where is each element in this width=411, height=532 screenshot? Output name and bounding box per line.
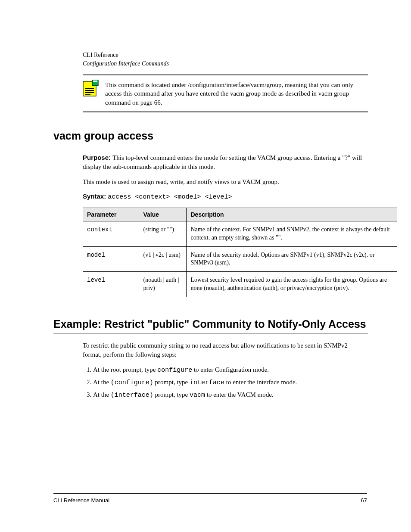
footer-doc-title: CLI Reference Manual <box>53 497 109 504</box>
header-title: Configuration Interface Commands <box>83 60 368 67</box>
step-item: At the root prompt, type configure to en… <box>93 365 368 375</box>
parameters-table: Parameter Value Description context (str… <box>83 208 397 297</box>
param-cell: context <box>83 221 139 246</box>
col-value: Value <box>139 208 186 221</box>
syntax-code: access <context> <model> <level> <box>108 193 232 201</box>
steps-list: At the root prompt, type configure to en… <box>83 365 368 400</box>
page-footer: CLI Reference Manual 67 <box>53 493 367 504</box>
value-cell: (v1 | v2c | usm) <box>139 246 186 272</box>
purpose-paragraph-1: Purpose: This top-level command enters t… <box>83 153 368 171</box>
purpose-label: Purpose: <box>83 154 112 161</box>
header-label: CLI Reference <box>83 52 368 59</box>
step-item: At the (configure) prompt, type interfac… <box>93 378 368 388</box>
svg-rect-2 <box>93 81 97 82</box>
desc-cell: Lowest security level required to gain t… <box>186 272 397 297</box>
purpose-paragraph-2: This mode is used to assign read, write,… <box>83 177 368 187</box>
section-heading-example: Example: Restrict "public" Community to … <box>53 318 368 330</box>
note-icon <box>83 80 99 97</box>
footer-rule <box>53 493 367 494</box>
table-row: model (v1 | v2c | usm) Name of the secur… <box>83 246 397 272</box>
col-parameter: Parameter <box>83 208 139 221</box>
desc-cell: Name of the context. For SNMPv1 and SNMP… <box>186 221 397 246</box>
section-rule-1 <box>53 145 368 145</box>
example-intro: To restrict the public community string … <box>83 341 368 359</box>
syntax-line: Syntax: access <context> <model> <level> <box>83 193 368 201</box>
value-cell: (string or "") <box>139 221 186 246</box>
param-cell: model <box>83 246 139 272</box>
note-bottom-rule <box>83 111 368 112</box>
col-description: Description <box>186 208 397 221</box>
note-text: This command is located under /configura… <box>105 80 368 107</box>
footer-page-number: 67 <box>361 497 367 504</box>
value-cell: (noauth | auth | priv) <box>139 272 186 297</box>
purpose-body-1: This top-level command enters the mode f… <box>83 154 362 170</box>
table-row: level (noauth | auth | priv) Lowest secu… <box>83 272 397 297</box>
syntax-label: Syntax: <box>83 193 108 200</box>
note-top-rule <box>83 74 368 75</box>
desc-cell: Name of the security model. Options are … <box>186 246 397 272</box>
section-rule-2 <box>53 333 368 333</box>
table-row: context (string or "") Name of the conte… <box>83 221 397 246</box>
section-heading-access: vacm group access <box>53 130 368 142</box>
step-item: At the (interface) prompt, type vacm to … <box>93 390 368 400</box>
table-header-row: Parameter Value Description <box>83 208 397 221</box>
param-cell: level <box>83 272 139 297</box>
